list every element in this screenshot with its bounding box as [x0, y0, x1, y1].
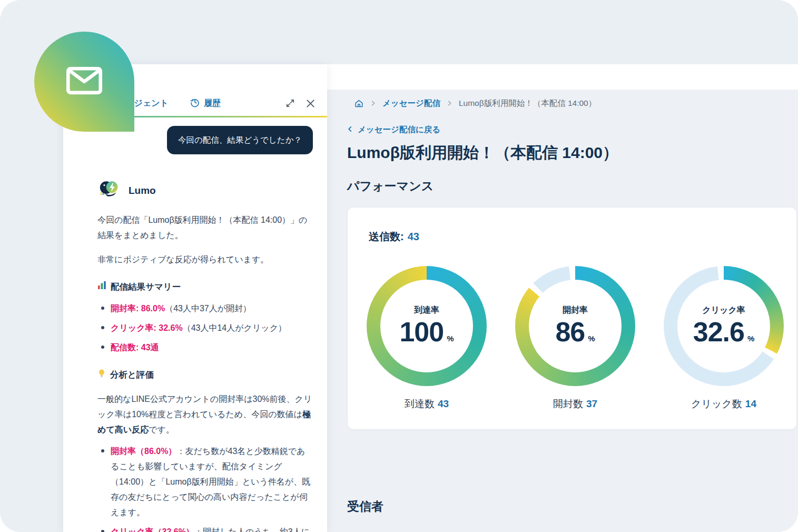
history-clock-icon — [190, 97, 200, 110]
breadcrumb: メッセージ配信 Lumoβ版利用開始！（本配信 14:00） — [347, 98, 798, 109]
list-item: 開封率（86.0%）：友だち数が43名と少数精鋭であることも影響していますが、配… — [97, 444, 313, 520]
donut-row: 到達率 100 % 到達数43 — [367, 266, 796, 411]
click-rate-donut: クリック率 32.6 % クリック数14 — [664, 266, 784, 411]
reach-count-caption: 到達数43 — [405, 397, 449, 411]
open-rate-donut: 開封率 86 % 開封数37 — [515, 266, 635, 411]
open-rate-value: 86 — [555, 317, 585, 347]
list-item: 配信数: 43通 — [97, 340, 313, 355]
chat-launcher-bubble[interactable] — [34, 32, 134, 132]
performance-heading: パフォーマンス — [347, 178, 798, 194]
click-rate-center: クリック率 32.6 % — [677, 280, 770, 372]
campaign-detail-panel: メッセージ配信 Lumoβ版利用開始！（本配信 14:00） メッセージ配信に戻… — [327, 90, 798, 532]
app-screenshot: メッセージ配信 Lumoβ版利用開始！（本配信 14:00） メッセージ配信に戻… — [0, 0, 798, 532]
page-title: Lumoβ版利用開始！（本配信 14:00） — [347, 142, 798, 164]
click-rate-value: 32.6 — [693, 317, 744, 347]
back-link-label: メッセージ配信に戻る — [358, 124, 440, 135]
chevron-right-icon — [370, 99, 376, 109]
tab-history[interactable]: 履歴 — [190, 97, 221, 110]
assistant-paragraph: 今回の配信「Lumoβ版利用開始！（本配信 14:00）」の結果をまとめました。 — [97, 212, 313, 243]
analysis-list: 開封率（86.0%）：友だち数が43名と少数精鋭であることも影響していますが、配… — [97, 444, 313, 532]
open-count-caption: 開封数37 — [553, 397, 597, 411]
lumo-logo-icon — [97, 178, 122, 203]
click-rate-label: クリック率 — [702, 305, 745, 316]
analysis-paragraph: 一般的なLINE公式アカウントの開封率は30%前後、クリック率は10%程度と言わ… — [97, 391, 313, 437]
reach-rate-donut: 到達率 100 % 到達数43 — [367, 266, 487, 411]
list-item: クリック率: 32.6%（43人中14人がクリック） — [97, 320, 313, 336]
close-icon[interactable] — [305, 98, 316, 109]
expand-icon[interactable] — [285, 98, 295, 109]
mail-icon — [64, 64, 104, 100]
sent-count-label: 送信数: — [369, 231, 404, 242]
bar-chart-icon — [97, 279, 106, 294]
reach-rate-unit: % — [447, 334, 454, 347]
open-rate-unit: % — [588, 334, 595, 347]
summary-list: 開封率: 86.0%（43人中37人が開封） クリック率: 32.6%（43人中… — [97, 301, 313, 355]
performance-card: 送信数:43 到達率 100 % — [347, 207, 797, 430]
sent-count: 送信数:43 — [369, 230, 796, 244]
lightbulb-icon — [97, 367, 106, 382]
click-rate-unit: % — [747, 334, 754, 347]
open-rate-label: 開封率 — [563, 305, 588, 316]
breadcrumb-current: Lumoβ版利用開始！（本配信 14:00） — [459, 98, 596, 109]
sent-count-value: 43 — [408, 231, 419, 242]
open-rate-center: 開封率 86 % — [529, 280, 622, 372]
chevron-right-icon — [447, 99, 452, 109]
recipients-heading: 受信者 — [347, 498, 798, 515]
summary-heading: 配信結果サマリー — [97, 279, 313, 294]
chevron-left-icon — [347, 125, 353, 135]
breadcrumb-link-messages[interactable]: メッセージ配信 — [382, 98, 440, 109]
assistant-paragraph: 非常にポジティブな反応が得られています。 — [97, 252, 313, 267]
back-to-messages-link[interactable]: メッセージ配信に戻る — [347, 124, 440, 135]
tab-history-label: 履歴 — [204, 98, 221, 109]
chat-conversation: 今回の配信、結果どうでしたか？ — [63, 117, 327, 532]
list-item: 開封率: 86.0%（43人中37人が開封） — [97, 301, 313, 316]
assistant-name: Lumo — [129, 183, 156, 198]
home-icon[interactable] — [354, 98, 364, 109]
assistant-header: Lumo — [97, 178, 313, 203]
reach-rate-value: 100 — [399, 317, 444, 347]
list-item: クリック率（32.6%）：開封した人のうち、約3人に1人がアクションを起こしてい… — [97, 524, 313, 532]
reach-rate-center: 到達率 100 % — [380, 280, 473, 372]
ai-assistant-panel: エージェント 履歴 今回の配信、結果どうでしたか？ — [63, 64, 327, 532]
reach-rate-label: 到達率 — [414, 305, 439, 316]
click-count-caption: クリック数14 — [691, 397, 756, 411]
user-message-bubble: 今回の配信、結果どうでしたか？ — [167, 126, 313, 154]
analysis-heading: 分析と評価 — [97, 367, 313, 382]
